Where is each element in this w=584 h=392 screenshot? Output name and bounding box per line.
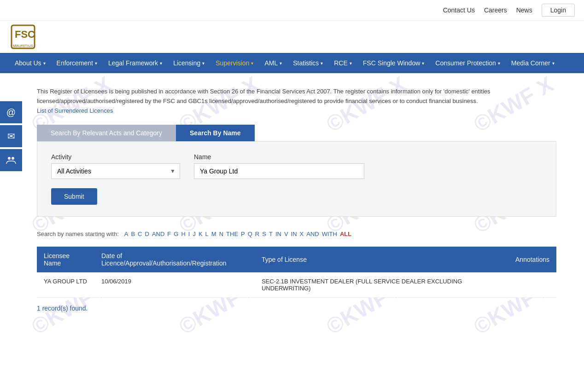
login-button[interactable]: Login [542, 4, 575, 17]
table-row: YA GROUP LTD 10/06/2019 SEC-2.1B INVESTM… [37, 272, 556, 298]
alpha-i[interactable]: I [188, 231, 190, 237]
main-nav: About Us ▾ Enforcement ▾ Legal Framework… [0, 53, 584, 73]
table-body: YA GROUP LTD 10/06/2019 SEC-2.1B INVESTM… [37, 272, 556, 298]
chevron-down-icon: ▾ [43, 61, 46, 66]
col-licensee-name: Licensee Name [37, 247, 94, 272]
alpha-d[interactable]: D [145, 231, 149, 237]
svg-point-4 [12, 157, 14, 160]
alpha-f[interactable]: F [167, 231, 171, 237]
col-date: Date of Licence/Approval/Authorisation/R… [94, 247, 255, 272]
cell-licensee-name: YA GROUP LTD [37, 272, 94, 298]
alpha-and1[interactable]: AND [152, 231, 164, 237]
table-header: Licensee Name Date of Licence/Approval/A… [37, 247, 556, 272]
alpha-v[interactable]: V [284, 231, 288, 237]
submit-button[interactable]: Submit [51, 188, 97, 205]
alpha-p[interactable]: P [241, 231, 245, 237]
cell-annotations [508, 272, 556, 298]
activity-label: Activity [51, 153, 180, 161]
chevron-down-icon: ▾ [251, 61, 253, 66]
alpha-r[interactable]: R [255, 231, 259, 237]
search-form-box: Activity All Activities Investment Deale… [37, 141, 556, 217]
page-content: This Register of Licensees is being publ… [9, 82, 575, 330]
chevron-down-icon: ▾ [280, 61, 282, 66]
fsc-logo: FSC MAURITIUS [9, 23, 46, 51]
svg-text:MAURITIUS: MAURITIUS [13, 44, 33, 48]
alpha-n[interactable]: N [219, 231, 223, 237]
alpha-t[interactable]: T [269, 231, 273, 237]
tab-search-by-acts[interactable]: Search By Relevant Acts and Category [37, 125, 176, 141]
alpha-k[interactable]: K [199, 231, 203, 237]
alpha-j[interactable]: J [193, 231, 196, 237]
nav-enforcement[interactable]: Enforcement ▾ [51, 53, 103, 73]
chevron-down-icon: ▾ [202, 61, 204, 66]
cell-date: 10/06/2019 [94, 272, 255, 298]
activity-select[interactable]: All Activities Investment Dealer Fund Ma… [51, 163, 180, 179]
alphabet-filter: Search by names starting with: A B C D A… [37, 231, 556, 237]
sidebar-group-icon[interactable] [0, 149, 22, 171]
alpha-the[interactable]: THE [226, 231, 238, 237]
alpha-a[interactable]: A [124, 231, 128, 237]
results-table: Licensee Name Date of Licence/Approval/A… [37, 247, 556, 298]
nav-aml[interactable]: AML ▾ [259, 53, 287, 73]
alpha-in2[interactable]: IN [291, 231, 297, 237]
tab-search-by-name[interactable]: Search By Name [176, 125, 255, 141]
nav-fsc-single-window[interactable]: FSC Single Window ▾ [357, 53, 430, 73]
header: FSC MAURITIUS [0, 21, 584, 53]
chevron-down-icon: ▾ [350, 61, 352, 66]
alpha-g[interactable]: G [174, 231, 178, 237]
nav-supervision[interactable]: Supervision ▾ [210, 53, 259, 73]
surrendered-licences-link[interactable]: List of Surrendered Licences [37, 107, 113, 114]
alpha-m[interactable]: M [211, 231, 216, 237]
sidebar-newsletter-icon[interactable]: ✉ [0, 125, 22, 147]
sidebar: @ ✉ [0, 101, 22, 171]
name-input[interactable] [194, 163, 364, 179]
records-found: 1 record(s) found. [37, 305, 556, 312]
news-link[interactable]: News [516, 6, 532, 14]
top-bar: Contact Us Careers News Login [0, 0, 584, 21]
nav-about-us[interactable]: About Us ▾ [9, 53, 51, 73]
alpha-c[interactable]: C [138, 231, 142, 237]
nav-consumer-protection[interactable]: Consumer Protection ▾ [430, 53, 506, 73]
content-area: ©KWF X ©KWF X ©KWF X ©KWF X ©KWF X ©KWF … [0, 73, 584, 340]
nav-legal-framework[interactable]: Legal Framework ▾ [103, 53, 168, 73]
col-type-of-license: Type of License [255, 247, 508, 272]
alphabet-filter-label: Search by names starting with: [37, 231, 119, 237]
col-annotations: Annotations [508, 247, 556, 272]
alpha-b[interactable]: B [131, 231, 135, 237]
name-field-group: Name [194, 153, 364, 179]
nav-media-corner[interactable]: Media Corner ▾ [506, 53, 560, 73]
name-label: Name [194, 153, 364, 161]
alpha-with[interactable]: WITH [322, 231, 337, 237]
alpha-and2[interactable]: AND [306, 231, 319, 237]
chevron-down-icon: ▾ [160, 61, 162, 66]
cell-type-of-license: SEC-2.1B INVESTMENT DEALER (FULL SERVICE… [255, 272, 508, 298]
activity-field-group: Activity All Activities Investment Deale… [51, 153, 180, 179]
contact-us-link[interactable]: Contact Us [443, 6, 475, 14]
alpha-h[interactable]: H [181, 231, 185, 237]
svg-text:FSC: FSC [15, 29, 35, 40]
alpha-q[interactable]: Q [248, 231, 252, 237]
chevron-down-icon: ▾ [422, 61, 424, 66]
activity-select-wrapper: All Activities Investment Dealer Fund Ma… [51, 163, 180, 179]
search-fields: Activity All Activities Investment Deale… [51, 153, 542, 179]
chevron-down-icon: ▾ [552, 61, 555, 66]
alpha-in1[interactable]: IN [275, 231, 281, 237]
nav-rce[interactable]: RCE ▾ [328, 53, 357, 73]
chevron-down-icon: ▾ [321, 61, 323, 66]
sidebar-email-icon[interactable]: @ [0, 101, 22, 123]
search-tabs: Search By Relevant Acts and Category Sea… [37, 125, 304, 141]
nav-statistics[interactable]: Statistics ▾ [287, 53, 328, 73]
page-description: This Register of Licensees is being publ… [37, 87, 556, 115]
chevron-down-icon: ▾ [95, 61, 97, 66]
alpha-l[interactable]: L [205, 231, 209, 237]
alpha-x[interactable]: X [300, 231, 304, 237]
chevron-down-icon: ▾ [498, 61, 500, 66]
nav-licensing[interactable]: Licensing ▾ [168, 53, 210, 73]
alpha-s[interactable]: S [262, 231, 266, 237]
svg-point-3 [8, 157, 11, 160]
careers-link[interactable]: Careers [484, 6, 507, 14]
alpha-all[interactable]: ALL [340, 231, 351, 237]
